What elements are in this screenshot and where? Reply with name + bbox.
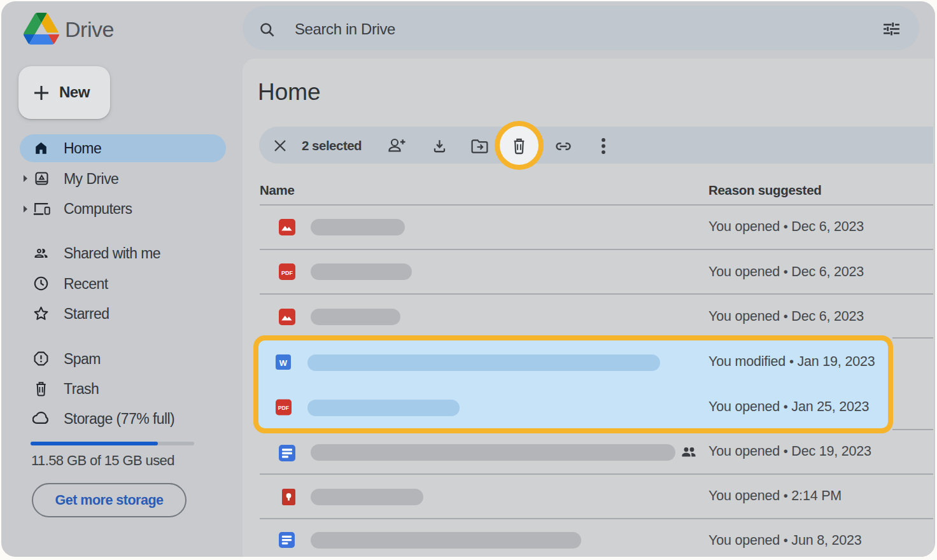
svg-text:W: W: [279, 358, 288, 368]
svg-text:PDF: PDF: [278, 405, 289, 411]
svg-text:PDF: PDF: [281, 270, 293, 276]
